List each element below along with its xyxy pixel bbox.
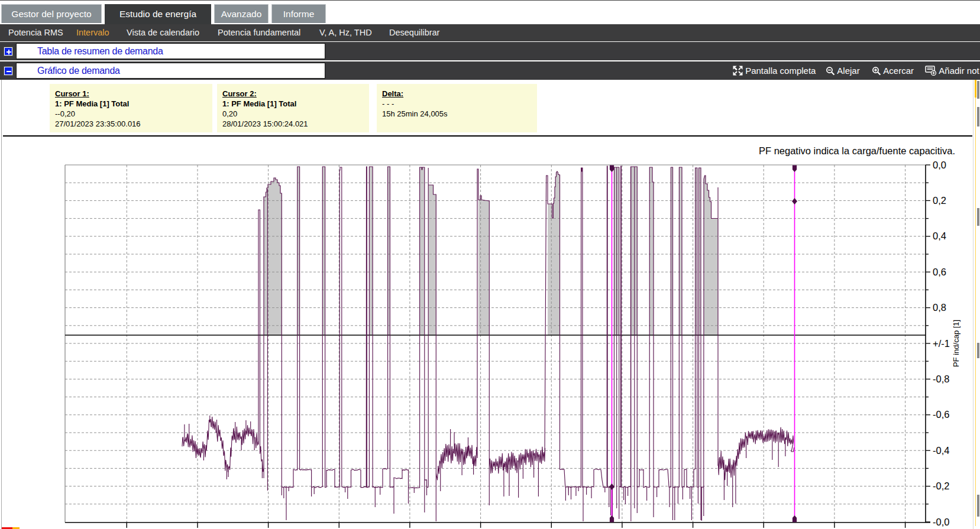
svg-text:-0,8: -0,8 <box>933 374 949 384</box>
svg-text:-0,0: -0,0 <box>933 517 949 527</box>
svg-text:+/-1: +/-1 <box>933 338 950 349</box>
svg-text:0,2: 0,2 <box>933 195 946 206</box>
svg-text:0,8: 0,8 <box>933 302 946 313</box>
svg-text:-0,2: -0,2 <box>933 481 949 491</box>
svg-text:0,4: 0,4 <box>933 231 946 241</box>
svg-text:0,6: 0,6 <box>933 267 946 277</box>
svg-text:-0,4: -0,4 <box>933 445 949 456</box>
svg-text:-0,6: -0,6 <box>933 409 949 420</box>
svg-text:0,0: 0,0 <box>933 160 946 170</box>
svg-text:PF ind/cap [1]: PF ind/cap [1] <box>952 320 960 367</box>
